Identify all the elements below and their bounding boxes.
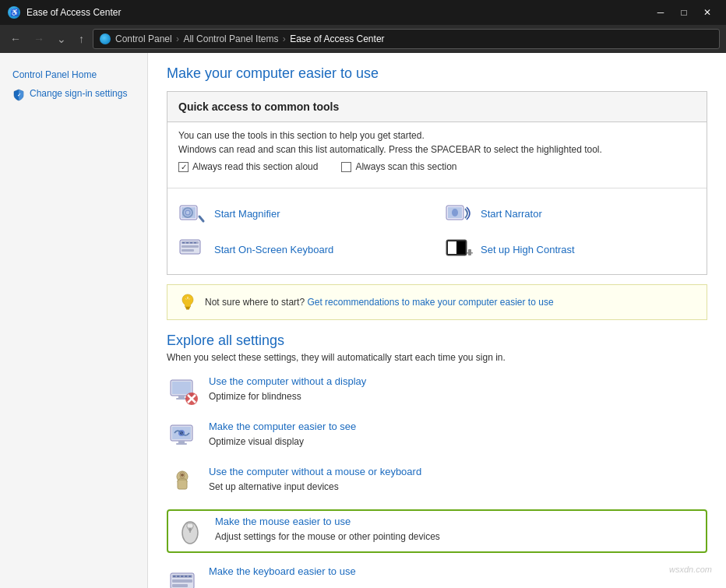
svg-rect-29: [178, 396, 185, 398]
svg-rect-19: [448, 241, 456, 254]
tool-keyboard[interactable]: Start On-Screen Keyboard: [178, 235, 429, 263]
svg-point-49: [189, 528, 192, 531]
sidebar: Control Panel Home ✓ Change sign-in sett…: [0, 53, 148, 588]
explore-desc: When you select these settings, they wil…: [167, 352, 707, 363]
setting-visual-link[interactable]: Make the computer easier to see: [209, 421, 706, 432]
quick-access-header: Quick access to common tools: [167, 92, 707, 122]
quick-access-box: Quick access to common tools You can use…: [167, 91, 707, 275]
svg-rect-13: [182, 242, 185, 244]
sidebar-change-signin-label: Change sign-in settings: [30, 88, 127, 99]
setting-mouse-ease[interactable]: Make the mouse easier to use Adjust sett…: [167, 509, 707, 553]
breadcrumb-item-1[interactable]: Control Panel: [115, 33, 172, 44]
setting-visual-desc: Optimize visual display: [209, 436, 304, 447]
svg-rect-28: [172, 382, 191, 394]
window-controls: ─ □ ✕: [650, 4, 718, 21]
tool-keyboard-label: Start On-Screen Keyboard: [214, 244, 333, 255]
svg-text:✓: ✓: [17, 93, 21, 97]
tool-magnifier-label: Start Magnifier: [214, 208, 280, 220]
setting-no-display-desc: Optimize for blindness: [209, 391, 301, 402]
setting-no-mouse-link[interactable]: Use the computer without a mouse or keyb…: [209, 466, 706, 477]
svg-rect-16: [194, 242, 196, 244]
sidebar-item-control-panel-home[interactable]: Control Panel Home: [0, 65, 147, 85]
svg-rect-38: [178, 441, 185, 443]
up-button[interactable]: ↑: [75, 31, 88, 47]
svg-rect-12: [182, 249, 194, 252]
tool-magnifier[interactable]: Start Magnifier: [178, 199, 429, 227]
checkbox-scan-section[interactable]: Always scan this section: [341, 161, 456, 172]
recommendation-not-sure: Not sure where to start?: [205, 297, 305, 308]
qa-desc-2: Windows can read and scan this list auto…: [178, 144, 696, 155]
setting-no-display-link[interactable]: Use the computer without a display: [209, 375, 706, 387]
forward-button[interactable]: →: [30, 31, 48, 47]
quick-access-title: Quick access to common tools: [178, 100, 339, 113]
address-input[interactable]: Control Panel › All Control Panel Items …: [93, 29, 720, 49]
svg-rect-22: [185, 307, 190, 308]
setting-no-display: Use the computer without a display Optim…: [167, 374, 707, 408]
tool-narrator[interactable]: Start Narrator: [445, 199, 696, 227]
title-bar: Ease of Access Center ─ □ ✕: [0, 0, 726, 25]
back-button[interactable]: ←: [6, 31, 25, 47]
address-bar: ← → ⌄ ↑ Control Panel › All Control Pane…: [0, 25, 726, 53]
breadcrumb-item-2[interactable]: All Control Panel Items: [183, 33, 278, 44]
setting-no-mouse-desc: Set up alternative input devices: [209, 481, 339, 492]
keyboard-ease-icon: [168, 565, 199, 588]
sidebar-item-change-signin[interactable]: ✓ Change sign-in settings: [0, 85, 147, 104]
checkbox-scan-section-box[interactable]: [341, 162, 351, 172]
app-icon: [8, 6, 20, 19]
setting-visual-display-text: Make the computer easier to see Optimize…: [209, 421, 706, 448]
tool-contrast-label: Set up High Contrast: [481, 244, 575, 255]
qa-desc-1: You can use the tools in this section to…: [178, 130, 696, 141]
breadcrumb: Control Panel › All Control Panel Items …: [115, 33, 385, 44]
setting-mouse-ease-text: Make the mouse easier to use Adjust sett…: [215, 516, 700, 543]
svg-rect-39: [176, 443, 187, 445]
maximize-button[interactable]: □: [673, 4, 695, 21]
visual-display-icon: [168, 421, 199, 452]
setting-no-display-text: Use the computer without a display Optim…: [209, 375, 706, 403]
minimize-button[interactable]: ─: [650, 4, 671, 21]
svg-rect-11: [182, 245, 199, 248]
svg-rect-54: [173, 576, 176, 577]
title-bar-title: Ease of Access Center: [26, 7, 121, 18]
contrast-icon: [445, 235, 473, 263]
svg-rect-52: [172, 579, 192, 583]
shield-icon: ✓: [12, 89, 25, 101]
setting-visual-display: Make the computer easier to see Optimize…: [167, 419, 707, 453]
setting-no-mouse-text: Use the computer without a mouse or keyb…: [209, 466, 706, 493]
no-mouse-keyboard-icon: [168, 466, 199, 497]
breadcrumb-current: Ease of Access Center: [290, 33, 384, 44]
svg-line-5: [199, 217, 203, 221]
svg-point-43: [181, 474, 184, 477]
tool-narrator-label: Start Narrator: [481, 208, 542, 220]
lightbulb-icon: [178, 293, 197, 312]
page-title: Make your computer easier to use: [167, 65, 707, 82]
setting-keyboard-ease-link[interactable]: Make the keyboard easier to use: [209, 565, 706, 577]
svg-rect-15: [190, 242, 192, 244]
svg-point-8: [452, 209, 458, 217]
checkbox-read-aloud-label: Always read this section aloud: [192, 161, 318, 172]
tool-contrast[interactable]: Set up High Contrast: [445, 235, 696, 263]
setting-keyboard-ease-text: Make the keyboard easier to use: [209, 565, 706, 579]
narrator-icon: [445, 199, 473, 227]
svg-rect-30: [176, 398, 187, 400]
recent-button[interactable]: ⌄: [53, 31, 70, 47]
svg-rect-55: [177, 576, 180, 577]
keyboard-icon: [178, 235, 206, 263]
svg-rect-53: [172, 584, 188, 587]
main-container: Control Panel Home ✓ Change sign-in sett…: [0, 53, 726, 588]
checkbox-read-aloud-box[interactable]: [178, 162, 189, 172]
setting-keyboard-ease: Make the keyboard easier to use: [167, 564, 707, 588]
checkbox-read-aloud[interactable]: Always read this section aloud: [178, 161, 318, 172]
recommendation-link[interactable]: Get recommendations to make your compute…: [307, 297, 553, 308]
close-button[interactable]: ✕: [696, 4, 718, 21]
setting-no-mouse-keyboard: Use the computer without a mouse or keyb…: [167, 464, 707, 498]
svg-rect-58: [189, 576, 192, 577]
svg-rect-57: [185, 576, 188, 577]
svg-rect-56: [181, 576, 184, 577]
qa-checkboxes: Always read this section aloud Always sc…: [178, 161, 696, 172]
setting-mouse-ease-link[interactable]: Make the mouse easier to use: [215, 516, 700, 527]
recommendation-text: Not sure where to start? Get recommendat…: [205, 297, 554, 308]
svg-rect-14: [186, 242, 189, 244]
svg-rect-21: [467, 252, 473, 254]
svg-rect-42: [178, 480, 187, 489]
tool-grid: Start Magnifier Start Narrator: [167, 188, 707, 274]
